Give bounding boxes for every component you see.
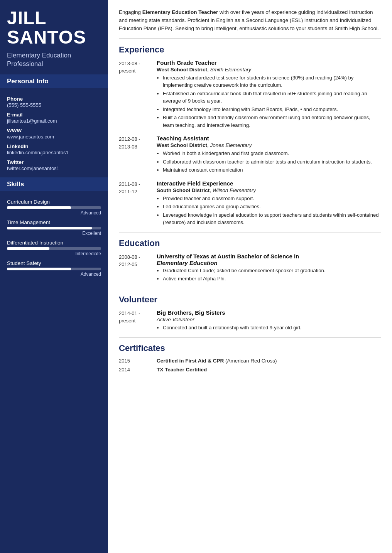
entry-org: West School District, Smith Elementary xyxy=(157,67,381,72)
personal-info-heading: Personal Info xyxy=(0,74,108,88)
entry-title: Interactive Field Experience xyxy=(157,180,381,187)
entry-bullets: Worked in both a kindergarten and first … xyxy=(163,150,381,174)
volunteer-body: Big Brothers, Big Sisters Active Volunte… xyxy=(157,309,381,332)
experience-title: Experience xyxy=(119,45,381,55)
personal-info-field: Phone(555) 555-5555 xyxy=(7,96,101,108)
skill-item: Time ManagementExcellent xyxy=(7,219,101,236)
education-bullet-2: Active member of Alpha Phi. xyxy=(163,275,381,283)
entry-org: West School District, Jones Elementary xyxy=(157,142,381,148)
entry-bullet: Integrated technology into learning with… xyxy=(163,106,381,113)
skill-bar-bg xyxy=(7,227,101,229)
skills-heading: Skills xyxy=(0,177,108,191)
skill-bar-bg xyxy=(7,247,101,250)
experience-entry: 2011-08 -2011-12Interactive Field Experi… xyxy=(119,180,381,227)
education-date: 2008-08 -2012-05 xyxy=(119,253,150,283)
volunteer-date: 2014-01 -present xyxy=(119,309,150,332)
education-bullet-1: Graduated Cum Laude; asked be commenceme… xyxy=(163,267,381,275)
personal-info-value: linkedin.com/in/janesantos1 xyxy=(7,150,101,155)
entry-bullet: Built a collaborative and friendly class… xyxy=(163,114,381,129)
entry-title: Teaching Assistant xyxy=(157,135,381,142)
education-section: Education 2008-08 -2012-05 University of… xyxy=(119,238,381,289)
entry-bullet: Established an extracurricular book club… xyxy=(163,90,381,105)
skill-bar-bg xyxy=(7,206,101,209)
summary: Engaging Elementary Education Teacher wi… xyxy=(119,8,381,39)
education-body: University of Texas at Austin Bachelor o… xyxy=(157,253,381,283)
personal-info-field: E-mailjillsantos1@gmail.com xyxy=(7,112,101,124)
education-school: University of Texas at Austin xyxy=(157,253,235,260)
entry-bullet: Leveraged knowledge in special education… xyxy=(163,211,381,226)
cert-row: 2014TX Teacher Certified xyxy=(119,367,381,373)
entry-org: South School District, Wilson Elementary xyxy=(157,187,381,193)
entry-bullet: Provided teacher and classroom support. xyxy=(163,195,381,202)
cert-row: 2015Certified in First Aid & CPR (Americ… xyxy=(119,358,381,364)
personal-info-label: Twitter xyxy=(7,159,101,165)
skill-level: Advanced xyxy=(7,271,101,277)
cert-desc: TX Teacher Certified xyxy=(157,367,207,373)
entry-date: 2011-08 -2011-12 xyxy=(119,180,150,227)
entry-title: Fourth Grade Teacher xyxy=(157,59,381,66)
education-title: Education xyxy=(119,238,381,248)
certificates-title: Certificates xyxy=(119,343,381,353)
cert-year: 2015 xyxy=(119,358,150,364)
cert-desc: Certified in First Aid & CPR (American R… xyxy=(157,358,277,364)
entry-date: 2012-08 -2013-08 xyxy=(119,135,150,175)
experience-section: Experience 2013-08 -presentFourth Grade … xyxy=(119,45,381,233)
experience-entry: 2012-08 -2013-08Teaching AssistantWest S… xyxy=(119,135,381,175)
personal-info-label: Phone xyxy=(7,96,101,102)
skill-item: Student SafetyAdvanced xyxy=(7,260,101,277)
volunteer-bullets: Connected and built a relationship with … xyxy=(163,324,381,332)
entry-body: Interactive Field ExperienceSouth School… xyxy=(157,180,381,227)
education-degree: University of Texas at Austin Bachelor o… xyxy=(157,253,381,266)
personal-info-value: www.janesantos.com xyxy=(7,134,101,140)
volunteer-role: Active Volunteer xyxy=(157,317,381,322)
volunteer-section: Volunteer 2014-01 -present Big Brothers,… xyxy=(119,295,381,338)
education-bullets: Graduated Cum Laude; asked be commenceme… xyxy=(163,267,381,283)
personal-info-value: twitter.com/janesantos1 xyxy=(7,165,101,171)
education-entry: 2008-08 -2012-05 University of Texas at … xyxy=(119,253,381,283)
skill-bar-fill xyxy=(7,227,92,229)
entry-bullets: Provided teacher and classroom support.L… xyxy=(163,195,381,226)
skill-bar-fill xyxy=(7,247,49,250)
skill-level: Advanced xyxy=(7,210,101,216)
candidate-subtitle: Elementary Education Professional xyxy=(7,51,101,68)
sidebar-header: JILL SANTOS Elementary Education Profess… xyxy=(0,0,108,74)
experience-entries: 2013-08 -presentFourth Grade TeacherWest… xyxy=(119,59,381,227)
entry-body: Fourth Grade TeacherWest School District… xyxy=(157,59,381,130)
summary-prefix: Engaging xyxy=(119,9,142,15)
skill-item: Curriculum DesignAdvanced xyxy=(7,199,101,216)
entry-bullet: Collaborated with classroom teacher to a… xyxy=(163,158,381,166)
personal-info-value: (555) 555-5555 xyxy=(7,102,101,108)
skill-bar-bg xyxy=(7,268,101,270)
personal-info-field: WWWwww.janesantos.com xyxy=(7,128,101,140)
skill-level: Excellent xyxy=(7,231,101,236)
skill-name: Student Safety xyxy=(7,260,101,266)
personal-info-label: E-mail xyxy=(7,112,101,118)
volunteer-entry: 2014-01 -present Big Brothers, Big Siste… xyxy=(119,309,381,332)
volunteer-org: Big Brothers, Big Sisters xyxy=(157,309,381,316)
main-content: Engaging Elementary Education Teacher wi… xyxy=(108,0,392,553)
skill-bar-fill xyxy=(7,268,71,270)
personal-info-label: WWW xyxy=(7,128,101,133)
personal-info-label: LinkedIn xyxy=(7,143,101,149)
volunteer-title: Volunteer xyxy=(119,295,381,305)
sidebar: JILL SANTOS Elementary Education Profess… xyxy=(0,0,108,553)
entry-bullet: Led educational games and group activiti… xyxy=(163,203,381,211)
candidate-name: JILL SANTOS xyxy=(7,8,101,47)
summary-bold: Elementary Education Teacher xyxy=(142,9,218,15)
certificates-section: Certificates 2015Certified in First Aid … xyxy=(119,343,381,381)
skill-level: Intermediate xyxy=(7,251,101,256)
skill-name: Differentiated Instruction xyxy=(7,240,101,246)
cert-year: 2014 xyxy=(119,367,150,373)
entry-bullets: Increased standardized test score for st… xyxy=(163,74,381,129)
resume-container: JILL SANTOS Elementary Education Profess… xyxy=(0,0,392,553)
skill-name: Time Management xyxy=(7,219,101,225)
personal-info-field: Twittertwitter.com/janesantos1 xyxy=(7,159,101,171)
cert-rows: 2015Certified in First Aid & CPR (Americ… xyxy=(119,358,381,373)
entry-body: Teaching AssistantWest School District, … xyxy=(157,135,381,175)
entry-bullet: Increased standardized test score for st… xyxy=(163,74,381,89)
volunteer-bullet-1: Connected and built a relationship with … xyxy=(163,324,381,332)
personal-info-field: LinkedInlinkedin.com/in/janesantos1 xyxy=(7,143,101,155)
experience-entry: 2013-08 -presentFourth Grade TeacherWest… xyxy=(119,59,381,130)
education-field: Elementary Education xyxy=(157,260,218,266)
personal-info-content: Phone(555) 555-5555E-mailjillsantos1@gma… xyxy=(0,88,108,172)
